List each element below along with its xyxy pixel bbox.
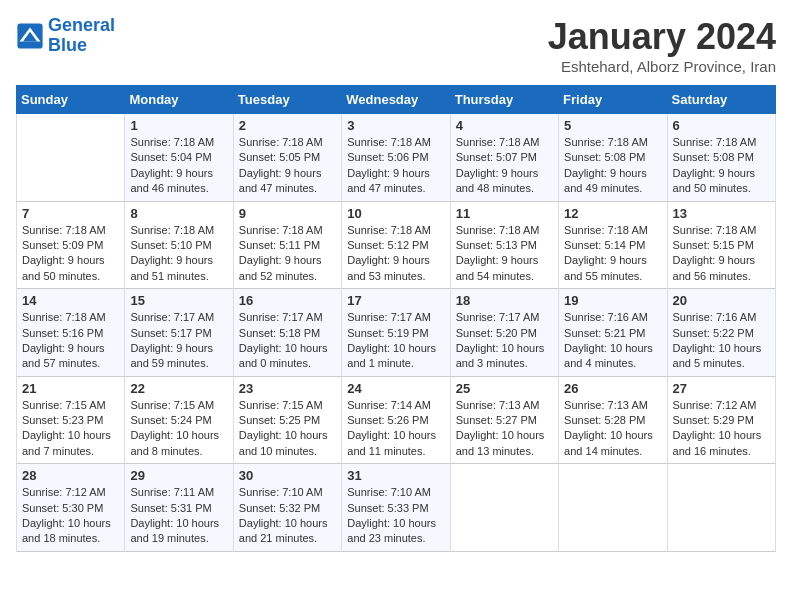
table-cell: 25 Sunrise: 7:13 AM Sunset: 5:27 PM Dayl… <box>450 376 558 464</box>
sunrise-text: Sunrise: 7:17 AM <box>239 310 336 325</box>
sunset-text: Sunset: 5:13 PM <box>456 238 553 253</box>
sunrise-text: Sunrise: 7:18 AM <box>564 223 661 238</box>
day-info: Sunrise: 7:15 AM Sunset: 5:24 PM Dayligh… <box>130 398 227 460</box>
day-number: 5 <box>564 118 661 133</box>
daylight-text: Daylight: 9 hours and 59 minutes. <box>130 341 227 372</box>
table-cell: 4 Sunrise: 7:18 AM Sunset: 5:07 PM Dayli… <box>450 114 558 202</box>
day-info: Sunrise: 7:18 AM Sunset: 5:13 PM Dayligh… <box>456 223 553 285</box>
day-number: 30 <box>239 468 336 483</box>
table-cell: 27 Sunrise: 7:12 AM Sunset: 5:29 PM Dayl… <box>667 376 775 464</box>
table-cell: 14 Sunrise: 7:18 AM Sunset: 5:16 PM Dayl… <box>17 289 125 377</box>
sunrise-text: Sunrise: 7:16 AM <box>564 310 661 325</box>
day-info: Sunrise: 7:12 AM Sunset: 5:29 PM Dayligh… <box>673 398 770 460</box>
table-cell: 5 Sunrise: 7:18 AM Sunset: 5:08 PM Dayli… <box>559 114 667 202</box>
daylight-text: Daylight: 10 hours and 1 minute. <box>347 341 444 372</box>
table-cell: 1 Sunrise: 7:18 AM Sunset: 5:04 PM Dayli… <box>125 114 233 202</box>
daylight-text: Daylight: 9 hours and 54 minutes. <box>456 253 553 284</box>
table-cell <box>667 464 775 552</box>
daylight-text: Daylight: 10 hours and 10 minutes. <box>239 428 336 459</box>
header-thursday: Thursday <box>450 86 558 114</box>
header-saturday: Saturday <box>667 86 775 114</box>
sunset-text: Sunset: 5:08 PM <box>673 150 770 165</box>
sunset-text: Sunset: 5:04 PM <box>130 150 227 165</box>
sunrise-text: Sunrise: 7:16 AM <box>673 310 770 325</box>
sunset-text: Sunset: 5:29 PM <box>673 413 770 428</box>
day-info: Sunrise: 7:15 AM Sunset: 5:23 PM Dayligh… <box>22 398 119 460</box>
day-number: 7 <box>22 206 119 221</box>
header-wednesday: Wednesday <box>342 86 450 114</box>
day-info: Sunrise: 7:15 AM Sunset: 5:25 PM Dayligh… <box>239 398 336 460</box>
day-info: Sunrise: 7:18 AM Sunset: 5:11 PM Dayligh… <box>239 223 336 285</box>
table-cell: 2 Sunrise: 7:18 AM Sunset: 5:05 PM Dayli… <box>233 114 341 202</box>
day-info: Sunrise: 7:18 AM Sunset: 5:04 PM Dayligh… <box>130 135 227 197</box>
daylight-text: Daylight: 10 hours and 3 minutes. <box>456 341 553 372</box>
sunset-text: Sunset: 5:05 PM <box>239 150 336 165</box>
day-number: 28 <box>22 468 119 483</box>
sunset-text: Sunset: 5:32 PM <box>239 501 336 516</box>
daylight-text: Daylight: 10 hours and 13 minutes. <box>456 428 553 459</box>
table-cell: 30 Sunrise: 7:10 AM Sunset: 5:32 PM Dayl… <box>233 464 341 552</box>
table-cell: 13 Sunrise: 7:18 AM Sunset: 5:15 PM Dayl… <box>667 201 775 289</box>
sunrise-text: Sunrise: 7:15 AM <box>22 398 119 413</box>
header-sunday: Sunday <box>17 86 125 114</box>
sunrise-text: Sunrise: 7:18 AM <box>347 223 444 238</box>
daylight-text: Daylight: 10 hours and 18 minutes. <box>22 516 119 547</box>
day-number: 8 <box>130 206 227 221</box>
daylight-text: Daylight: 10 hours and 8 minutes. <box>130 428 227 459</box>
day-number: 16 <box>239 293 336 308</box>
sunset-text: Sunset: 5:33 PM <box>347 501 444 516</box>
sunset-text: Sunset: 5:10 PM <box>130 238 227 253</box>
page-header: General Blue January 2024 Eshtehard, Alb… <box>16 16 776 75</box>
day-info: Sunrise: 7:18 AM Sunset: 5:08 PM Dayligh… <box>673 135 770 197</box>
day-number: 14 <box>22 293 119 308</box>
table-cell: 19 Sunrise: 7:16 AM Sunset: 5:21 PM Dayl… <box>559 289 667 377</box>
sunrise-text: Sunrise: 7:18 AM <box>564 135 661 150</box>
sunset-text: Sunset: 5:25 PM <box>239 413 336 428</box>
daylight-text: Daylight: 10 hours and 5 minutes. <box>673 341 770 372</box>
month-title: January 2024 <box>548 16 776 58</box>
sunrise-text: Sunrise: 7:14 AM <box>347 398 444 413</box>
daylight-text: Daylight: 10 hours and 19 minutes. <box>130 516 227 547</box>
table-cell <box>559 464 667 552</box>
day-info: Sunrise: 7:11 AM Sunset: 5:31 PM Dayligh… <box>130 485 227 547</box>
sunrise-text: Sunrise: 7:18 AM <box>347 135 444 150</box>
day-info: Sunrise: 7:18 AM Sunset: 5:08 PM Dayligh… <box>564 135 661 197</box>
sunset-text: Sunset: 5:23 PM <box>22 413 119 428</box>
calendar-week-row: 14 Sunrise: 7:18 AM Sunset: 5:16 PM Dayl… <box>17 289 776 377</box>
sunrise-text: Sunrise: 7:13 AM <box>564 398 661 413</box>
sunrise-text: Sunrise: 7:17 AM <box>347 310 444 325</box>
sunset-text: Sunset: 5:24 PM <box>130 413 227 428</box>
days-header-row: Sunday Monday Tuesday Wednesday Thursday… <box>17 86 776 114</box>
sunset-text: Sunset: 5:06 PM <box>347 150 444 165</box>
sunset-text: Sunset: 5:26 PM <box>347 413 444 428</box>
sunrise-text: Sunrise: 7:18 AM <box>239 223 336 238</box>
day-info: Sunrise: 7:17 AM Sunset: 5:18 PM Dayligh… <box>239 310 336 372</box>
daylight-text: Daylight: 10 hours and 4 minutes. <box>564 341 661 372</box>
table-cell: 29 Sunrise: 7:11 AM Sunset: 5:31 PM Dayl… <box>125 464 233 552</box>
table-cell: 26 Sunrise: 7:13 AM Sunset: 5:28 PM Dayl… <box>559 376 667 464</box>
table-cell: 17 Sunrise: 7:17 AM Sunset: 5:19 PM Dayl… <box>342 289 450 377</box>
sunset-text: Sunset: 5:07 PM <box>456 150 553 165</box>
day-info: Sunrise: 7:18 AM Sunset: 5:15 PM Dayligh… <box>673 223 770 285</box>
day-number: 6 <box>673 118 770 133</box>
sunset-text: Sunset: 5:18 PM <box>239 326 336 341</box>
table-cell: 16 Sunrise: 7:17 AM Sunset: 5:18 PM Dayl… <box>233 289 341 377</box>
table-cell <box>450 464 558 552</box>
sunrise-text: Sunrise: 7:18 AM <box>22 310 119 325</box>
day-info: Sunrise: 7:16 AM Sunset: 5:21 PM Dayligh… <box>564 310 661 372</box>
logo: General Blue <box>16 16 115 56</box>
day-number: 12 <box>564 206 661 221</box>
daylight-text: Daylight: 10 hours and 11 minutes. <box>347 428 444 459</box>
calendar-week-row: 28 Sunrise: 7:12 AM Sunset: 5:30 PM Dayl… <box>17 464 776 552</box>
day-number: 17 <box>347 293 444 308</box>
daylight-text: Daylight: 10 hours and 7 minutes. <box>22 428 119 459</box>
day-number: 4 <box>456 118 553 133</box>
day-number: 23 <box>239 381 336 396</box>
table-cell: 15 Sunrise: 7:17 AM Sunset: 5:17 PM Dayl… <box>125 289 233 377</box>
sunset-text: Sunset: 5:27 PM <box>456 413 553 428</box>
daylight-text: Daylight: 9 hours and 47 minutes. <box>239 166 336 197</box>
sunrise-text: Sunrise: 7:18 AM <box>22 223 119 238</box>
sunrise-text: Sunrise: 7:15 AM <box>130 398 227 413</box>
day-info: Sunrise: 7:16 AM Sunset: 5:22 PM Dayligh… <box>673 310 770 372</box>
daylight-text: Daylight: 9 hours and 49 minutes. <box>564 166 661 197</box>
